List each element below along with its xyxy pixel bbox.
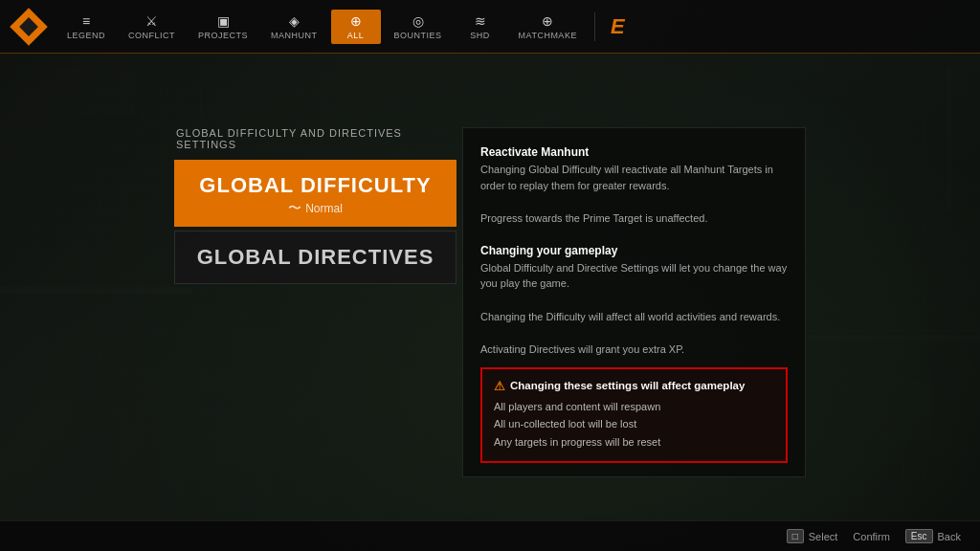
nav-e-label: E xyxy=(611,14,625,39)
info-heading-gameplay: Changing your gameplay xyxy=(480,244,788,257)
info-section-manhunt: Reactivate Manhunt Changing Global Diffi… xyxy=(480,145,788,193)
info-section-difficulty: Changing the Difficulty will affect all … xyxy=(480,309,788,325)
bottom-action-confirm: Confirm xyxy=(853,531,890,542)
difficulty-subtitle-row: 〜 Normal xyxy=(288,200,343,217)
nav-label-manhunt: Manhunt xyxy=(271,31,318,40)
nav-label-matchmake: Matchmake xyxy=(519,31,577,40)
panel-title: Global Difficulty and Directives Setting… xyxy=(174,127,457,150)
back-key-badge: Esc xyxy=(905,529,933,543)
bottom-bar: □ Select Confirm Esc Back xyxy=(0,520,980,551)
nav-item-legend[interactable]: ≡ Legend xyxy=(57,10,115,44)
topbar: ≡ Legend ⚔ Conflict ▣ Projects ◈ Manhunt… xyxy=(0,0,980,54)
warning-box: ⚠ Changing these settings will affect ga… xyxy=(480,367,788,463)
info-text-manhunt: Changing Global Difficulty will reactiva… xyxy=(480,162,788,193)
logo-inner xyxy=(19,17,38,36)
nav-item-projects[interactable]: ▣ Projects xyxy=(189,10,257,44)
right-panel: Reactivate Manhunt Changing Global Diffi… xyxy=(462,127,806,477)
matchmake-icon: ⊕ xyxy=(542,13,553,29)
select-action-label: Select xyxy=(809,531,838,542)
bounties-icon: ◎ xyxy=(412,13,424,29)
directives-button[interactable]: Global Directives xyxy=(174,231,457,284)
info-text-directives: Activating Directives will grant you ext… xyxy=(480,342,788,358)
nav-label-shd: SHD xyxy=(470,31,490,40)
nav-item-all[interactable]: ⊕ All xyxy=(331,10,381,44)
info-spacer-4 xyxy=(480,334,788,342)
info-section-prime: Progress towards the Prime Target is una… xyxy=(480,210,788,227)
nav-item-bounties[interactable]: ◎ Bounties xyxy=(385,10,452,44)
info-spacer-3 xyxy=(480,301,788,309)
nav-separator xyxy=(594,12,595,41)
logo-diamond xyxy=(10,8,48,46)
nav-label-legend: Legend xyxy=(67,31,105,40)
difficulty-title: Global Difficulty xyxy=(199,173,431,198)
nav-label-bounties: Bounties xyxy=(394,31,442,40)
settings-panel: Global Difficulty and Directives Setting… xyxy=(174,127,806,477)
warning-item-1: All players and content will respawn xyxy=(494,398,774,416)
projects-icon: ▣ xyxy=(217,13,230,29)
main-content: Global Difficulty and Directives Setting… xyxy=(0,54,980,551)
info-section-directives: Activating Directives will grant you ext… xyxy=(480,342,788,358)
warning-heading: ⚠ Changing these settings will affect ga… xyxy=(494,379,774,393)
manhunt-icon: ◈ xyxy=(289,13,300,29)
info-heading-manhunt: Reactivate Manhunt xyxy=(480,145,788,159)
info-text-prime: Progress towards the Prime Target is una… xyxy=(480,210,788,227)
nav-item-conflict[interactable]: ⚔ Conflict xyxy=(119,10,185,44)
bottom-action-back: Esc Back xyxy=(905,529,961,543)
nav-item-manhunt[interactable]: ◈ Manhunt xyxy=(261,10,327,44)
info-spacer-1 xyxy=(480,203,788,210)
info-text-difficulty: Changing the Difficulty will affect all … xyxy=(480,309,788,325)
select-key-badge: □ xyxy=(787,529,804,543)
tilde-icon: 〜 xyxy=(288,200,301,217)
warning-heading-text: Changing these settings will affect game… xyxy=(510,380,745,391)
difficulty-subtitle: Normal xyxy=(305,202,343,215)
bottom-action-select: □ Select xyxy=(787,529,838,543)
shd-icon: ≋ xyxy=(475,13,486,29)
nav-label-all: All xyxy=(347,31,365,40)
confirm-action-label: Confirm xyxy=(853,531,890,542)
warning-item-2: All un-collected loot will be lost xyxy=(494,415,774,433)
difficulty-button[interactable]: Global Difficulty 〜 Normal xyxy=(174,160,457,227)
info-text-gameplay: Global Difficulty and Directive Settings… xyxy=(480,260,788,292)
info-section-gameplay: Changing your gameplay Global Difficulty… xyxy=(480,244,788,292)
directives-title: Global Directives xyxy=(197,245,434,270)
nav-label-projects: Projects xyxy=(198,31,248,40)
conflict-icon: ⚔ xyxy=(145,13,158,29)
warning-icon: ⚠ xyxy=(494,379,505,393)
app-logo xyxy=(11,10,46,44)
nav-item-shd[interactable]: ≋ SHD xyxy=(456,10,505,44)
legend-icon: ≡ xyxy=(82,13,90,29)
warning-item-3: Any targets in progress will be reset xyxy=(494,433,774,452)
left-panel: Global Difficulty and Directives Setting… xyxy=(174,127,457,477)
all-icon: ⊕ xyxy=(350,13,362,29)
info-spacer-2 xyxy=(480,236,788,244)
nav-label-conflict: Conflict xyxy=(128,31,175,40)
back-action-label: Back xyxy=(938,531,961,542)
nav-item-matchmake[interactable]: ⊕ Matchmake xyxy=(509,10,587,44)
